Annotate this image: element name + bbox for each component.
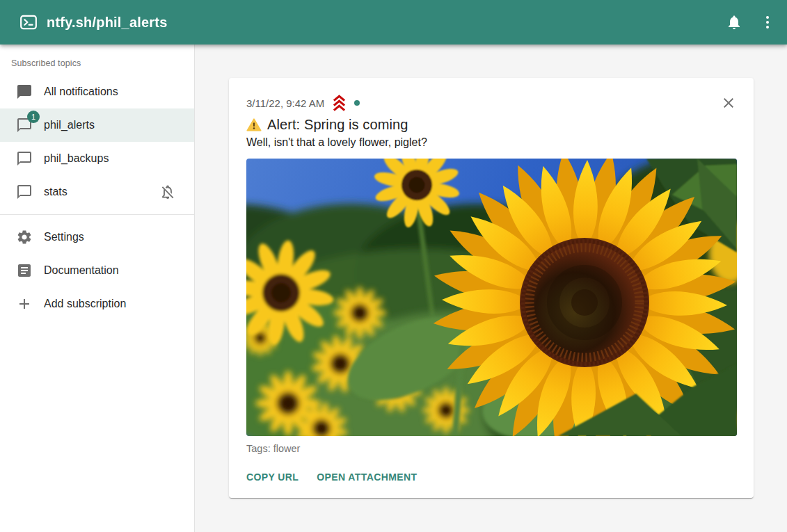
close-icon	[720, 95, 737, 111]
sidebar-item-settings[interactable]: Settings	[0, 220, 194, 254]
notification-meta-row: 3/11/22, 9:42 AM	[246, 94, 736, 112]
sidebar-item-phil-alerts[interactable]: 1 phil_alerts	[0, 108, 194, 142]
chat-bubble-filled-icon	[16, 83, 33, 100]
notification-title-row: Alert: Spring is coming	[246, 117, 736, 133]
sidebar-divider	[0, 214, 194, 215]
gear-icon	[16, 229, 33, 245]
sidebar: Subscribed topics All notifications 1 ph…	[0, 45, 195, 532]
notification-card: 3/11/22, 9:42 AM A	[229, 78, 754, 498]
sidebar-item-label: All notifications	[44, 86, 176, 98]
kebab-menu-icon	[759, 14, 776, 31]
sidebar-item-label: phil_backups	[44, 152, 176, 165]
notifications-bell-button[interactable]	[717, 6, 751, 39]
sidebar-item-label: phil_alerts	[44, 119, 176, 131]
sidebar-item-all-notifications[interactable]: All notifications	[0, 75, 194, 108]
close-notification-button[interactable]	[712, 86, 745, 120]
notification-title: Alert: Spring is coming	[267, 117, 408, 133]
ntfy-terminal-logo-icon	[19, 13, 38, 31]
app-title: ntfy.sh/phil_alerts	[47, 15, 167, 31]
sidebar-item-label: Documentation	[44, 264, 176, 277]
app-header: ntfy.sh/phil_alerts	[0, 0, 787, 45]
copy-url-button[interactable]: COPY URL	[241, 467, 304, 487]
sidebar-item-add-subscription[interactable]: Add subscription	[0, 287, 194, 321]
subscribed-topics-label: Subscribed topics	[0, 50, 194, 75]
chat-bubble-outline-icon: 1	[16, 117, 33, 134]
unread-count-badge: 1	[27, 111, 40, 123]
open-attachment-button[interactable]: OPEN ATTACHMENT	[311, 467, 422, 487]
plus-icon	[16, 296, 33, 312]
notification-body: Well, isn't that a lovely flower, piglet…	[246, 136, 736, 149]
unread-dot	[354, 100, 360, 106]
sidebar-item-documentation[interactable]: Documentation	[0, 254, 194, 287]
notification-tags: Tags: flower	[246, 443, 736, 454]
sidebar-item-label: Settings	[44, 231, 176, 243]
notification-timestamp: 3/11/22, 9:42 AM	[246, 97, 324, 109]
sidebar-item-phil-backups[interactable]: phil_backups	[0, 142, 194, 175]
notification-actions: COPY URL OPEN ATTACHMENT	[241, 467, 736, 487]
sidebar-item-label: stats	[44, 186, 159, 198]
main-content: 3/11/22, 9:42 AM A	[196, 0, 787, 532]
chat-bubble-outline-icon	[16, 184, 33, 200]
overflow-menu-button[interactable]	[751, 6, 784, 39]
article-icon	[16, 262, 33, 279]
notifications-off-icon	[159, 184, 176, 200]
priority-max-icon	[330, 94, 349, 112]
sidebar-item-stats[interactable]: stats	[0, 175, 194, 209]
chat-bubble-outline-icon	[16, 150, 33, 167]
attachment-image[interactable]	[246, 159, 737, 436]
sidebar-item-label: Add subscription	[44, 298, 176, 310]
bell-icon	[726, 14, 742, 31]
warning-emoji-icon	[246, 118, 262, 132]
